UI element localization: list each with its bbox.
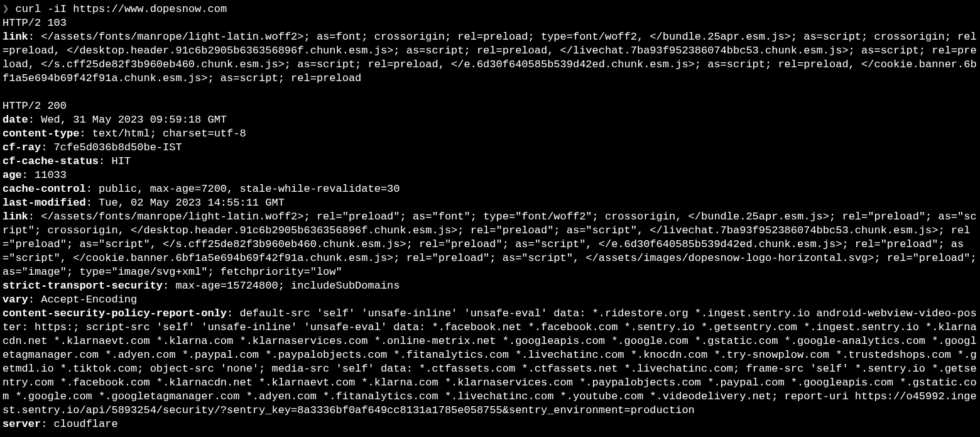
command-text: curl -iI https://www.dopesnow.com [15, 3, 227, 15]
header-name: age [3, 169, 22, 181]
header-name: cache-control [3, 183, 86, 195]
header-row: cache-control: public, max-age=7200, sta… [3, 182, 977, 196]
header-name: cf-ray [3, 141, 41, 153]
header-value: : 11033 [22, 169, 67, 181]
header-name: link [3, 211, 28, 223]
header-value: : </assets/fonts/manrope/light-latin.wof… [3, 211, 977, 278]
header-value: : Tue, 02 May 2023 14:55:11 GMT [86, 197, 285, 209]
header-name: strict-transport-security [3, 280, 163, 292]
header-value: : HIT [99, 155, 131, 167]
header-value: : text/html; charset=utf-8 [79, 128, 246, 140]
header-row: link: </assets/fonts/manrope/light-latin… [3, 210, 977, 279]
header-value: : public, max-age=7200, stale-while-reva… [86, 183, 400, 195]
header-name: date [3, 114, 28, 126]
header-name: server [3, 418, 41, 430]
header-row: cf-cache-status: HIT [3, 155, 977, 169]
header-row: date: Wed, 31 May 2023 09:59:18 GMT [3, 113, 977, 127]
header-name: vary [3, 294, 28, 306]
header-row: server: cloudflare [3, 418, 977, 431]
header-value: : Accept-Encoding [28, 294, 137, 306]
header-value: : Wed, 31 May 2023 09:59:18 GMT [28, 114, 227, 126]
status-200: HTTP/2 200 [3, 99, 977, 113]
header-name: last-modified [3, 197, 86, 209]
header-value: : default-src 'self' 'unsafe-inline' 'un… [3, 307, 977, 416]
header-value: : </assets/fonts/manrope/light-latin.wof… [3, 31, 977, 84]
header-value: : max-age=15724800; includeSubDomains [163, 280, 400, 292]
status-103: HTTP/2 103 [3, 16, 977, 30]
header-row: content-type: text/html; charset=utf-8 [3, 127, 977, 141]
blank-line [3, 86, 977, 99]
header-name: cf-cache-status [3, 155, 99, 167]
header-row: content-security-policy-report-only: def… [3, 307, 977, 418]
header-name: content-security-policy-report-only [3, 307, 227, 319]
header-name: content-type [3, 128, 79, 140]
header-row: last-modified: Tue, 02 May 2023 14:55:11… [3, 196, 977, 210]
terminal-output[interactable]: ❯ curl -iI https://www.dopesnow.com HTTP… [3, 3, 977, 431]
header-name: link [3, 31, 28, 43]
header-value: : cloudflare [41, 418, 117, 430]
prompt-symbol: ❯ [3, 3, 9, 15]
header-row: link: </assets/fonts/manrope/light-latin… [3, 30, 977, 86]
header-row: vary: Accept-Encoding [3, 293, 977, 307]
header-row: cf-ray: 7cfe5d036b8d50be-IST [3, 141, 977, 155]
command-line: ❯ curl -iI https://www.dopesnow.com [3, 3, 977, 16]
header-row: strict-transport-security: max-age=15724… [3, 279, 977, 293]
header-value: : 7cfe5d036b8d50be-IST [41, 141, 182, 153]
header-row: age: 11033 [3, 169, 977, 182]
